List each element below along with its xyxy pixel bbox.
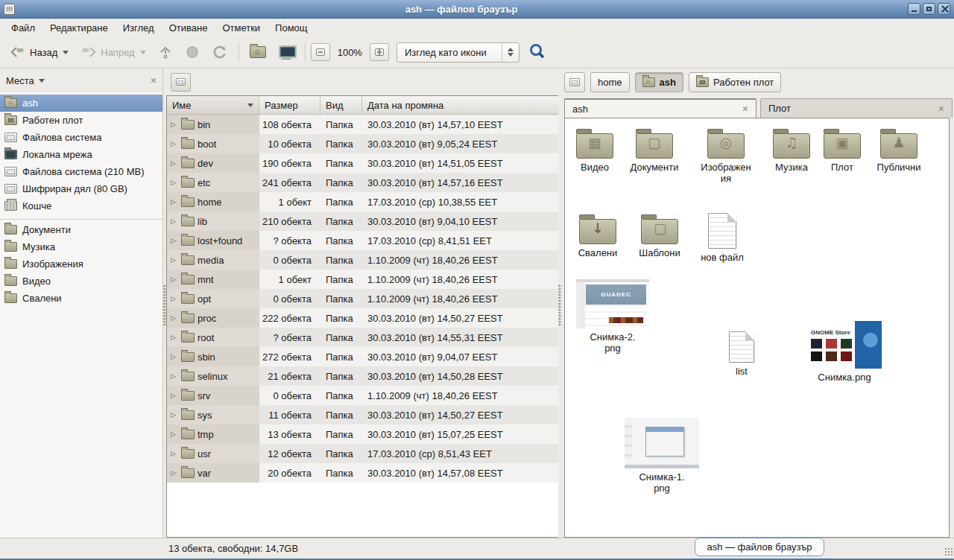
computer-button[interactable] xyxy=(273,41,300,63)
table-row[interactable]: ▷ etc 241 обекта Папка 30.03.2010 (вт) 1… xyxy=(167,173,558,192)
table-row[interactable]: ▷ lib 210 обекта Папка 30.03.2010 (вт) 9… xyxy=(167,211,558,231)
menu-item[interactable]: Изглед xyxy=(116,20,161,36)
pane-splitter[interactable] xyxy=(558,69,561,538)
sidebar-item[interactable]: Работен плот xyxy=(0,112,162,129)
menu-item[interactable]: Файл xyxy=(4,20,42,36)
up-button[interactable] xyxy=(153,40,178,64)
expander-icon[interactable]: ▷ xyxy=(171,237,178,244)
expander-icon[interactable]: ▷ xyxy=(171,198,178,206)
list-item[interactable]: нов файл xyxy=(691,213,754,263)
expander-icon[interactable]: ▷ xyxy=(171,372,178,380)
tab-close-icon[interactable]: × xyxy=(938,104,944,114)
places-title[interactable]: Места xyxy=(6,75,34,86)
sidebar-item[interactable]: Локална мрежа xyxy=(0,146,162,163)
resize-grip[interactable] xyxy=(944,547,953,556)
list-item[interactable]: GUADEC Снимка-2. png xyxy=(574,279,651,354)
sidebar-item[interactable]: Кошче xyxy=(0,197,162,214)
table-row[interactable]: ▷ mnt 1 обект Папка 1.10.2009 (чт) 18,40… xyxy=(167,270,558,289)
column-header-date[interactable]: Дата на промяна xyxy=(362,96,558,114)
sidebar-item[interactable] xyxy=(0,214,162,221)
expander-icon[interactable]: ▷ xyxy=(171,353,178,360)
expander-icon[interactable]: ▷ xyxy=(171,121,178,128)
expander-icon[interactable]: ▷ xyxy=(171,295,178,302)
table-row[interactable]: ▷ lost+found ? обекта Папка 17.03.2010 (… xyxy=(167,231,558,250)
list-item[interactable]: Публични xyxy=(866,127,932,173)
menu-item[interactable]: Редактиране xyxy=(43,20,115,36)
sidebar-item[interactable]: Свалени xyxy=(0,290,162,307)
sidebar-item[interactable]: Файлова система (210 MB) xyxy=(0,163,162,180)
places-combo-arrow-icon[interactable] xyxy=(39,79,45,83)
table-row[interactable]: ▷ dev 190 обекта Папка 30.03.2010 (вт) 1… xyxy=(167,153,558,173)
expander-icon[interactable]: ▷ xyxy=(171,179,178,186)
sidebar-item[interactable]: Файлова система xyxy=(0,129,162,146)
expander-icon[interactable]: ▷ xyxy=(171,411,178,419)
table-row[interactable]: ▷ boot 10 обекта Папка 30.03.2010 (вт) 9… xyxy=(167,134,558,153)
list-item[interactable]: list xyxy=(721,331,762,377)
list-item[interactable]: Видео xyxy=(565,127,625,173)
expander-icon[interactable]: ▷ xyxy=(171,217,178,225)
sidebar-item[interactable]: Документи xyxy=(0,221,162,238)
table-row[interactable]: ▷ var 20 обекта Папка 30.03.2010 (вт) 14… xyxy=(167,463,558,483)
menu-item[interactable]: Помощ xyxy=(268,20,314,36)
sidebar-item[interactable]: Видео xyxy=(0,273,162,290)
view-mode-combo[interactable]: Изглед като икони xyxy=(397,42,519,63)
column-header-name[interactable]: Име xyxy=(167,96,259,114)
breadcrumb-ash-button[interactable]: ash xyxy=(635,72,683,92)
list-item[interactable]: Шаблони xyxy=(628,213,691,258)
table-row[interactable]: ▷ sys 11 обекта Папка 30.03.2010 (вт) 14… xyxy=(167,405,558,424)
pane-splitter[interactable] xyxy=(163,69,166,538)
expander-icon[interactable]: ▷ xyxy=(171,276,178,283)
table-row[interactable]: ▷ tmp 13 обекта Папка 30.03.2010 (вт) 15… xyxy=(167,424,558,444)
home-button[interactable] xyxy=(244,42,271,63)
back-button[interactable]: Назад xyxy=(4,41,74,63)
stop-button[interactable] xyxy=(180,40,205,64)
expander-icon[interactable]: ▷ xyxy=(171,314,178,322)
search-button[interactable] xyxy=(528,42,546,63)
forward-button[interactable]: Напред xyxy=(75,41,151,63)
expander-icon[interactable]: ▷ xyxy=(171,430,178,438)
table-row[interactable]: ▷ bin 108 обекта Папка 30.03.2010 (вт) 1… xyxy=(167,115,558,134)
titlebar[interactable]: ash — файлов браузър xyxy=(0,0,954,19)
list-item[interactable]: Документи xyxy=(622,127,687,173)
close-button[interactable] xyxy=(938,3,950,15)
breadcrumb-home-button[interactable]: home xyxy=(590,72,630,92)
window-menu-icon[interactable] xyxy=(4,4,15,15)
list-item[interactable]: Свалени xyxy=(568,213,628,258)
sidebar-item[interactable]: Музика xyxy=(0,238,162,255)
list-item[interactable]: Снимка-1. png xyxy=(622,418,701,494)
breadcrumb-root-button[interactable] xyxy=(564,72,585,92)
icon-view[interactable]: Видео Документи Изображен ия xyxy=(564,118,950,538)
list-item[interactable]: Плот xyxy=(817,127,868,173)
expander-icon[interactable]: ▷ xyxy=(171,469,178,477)
table-row[interactable]: ▷ selinux 21 обекта Папка 30.03.2010 (вт… xyxy=(167,366,558,386)
maximize-button[interactable] xyxy=(923,3,935,15)
expander-icon[interactable]: ▷ xyxy=(171,159,178,167)
sidebar-item[interactable]: ash xyxy=(0,95,162,112)
table-row[interactable]: ▷ srv 0 обекта Папка 1.10.2009 (чт) 18,4… xyxy=(167,386,558,405)
table-row[interactable]: ▷ usr 12 обекта Папка 17.03.2010 (ср) 8,… xyxy=(167,444,558,463)
table-row[interactable]: ▷ opt 0 обекта Папка 1.10.2009 (чт) 18,4… xyxy=(167,289,558,308)
column-header-size[interactable]: Размер xyxy=(259,96,320,114)
tab[interactable]: Плот × xyxy=(760,98,953,118)
expander-icon[interactable]: ▷ xyxy=(171,450,178,457)
list-item[interactable]: Музика xyxy=(760,127,823,173)
expander-icon[interactable]: ▷ xyxy=(171,140,178,147)
zoom-out-button[interactable] xyxy=(311,43,330,61)
menu-item[interactable]: Отиване xyxy=(162,20,215,36)
minimize-button[interactable] xyxy=(908,3,920,15)
zoom-in-button[interactable] xyxy=(370,43,389,61)
filesystem-root-button[interactable] xyxy=(171,73,191,92)
reload-button[interactable] xyxy=(206,40,233,64)
table-row[interactable]: ▷ media 0 обекта Папка 1.10.2009 (чт) 18… xyxy=(167,250,558,270)
table-row[interactable]: ▷ proc 222 обекта Папка 30.03.2010 (вт) … xyxy=(167,308,558,328)
expander-icon[interactable]: ▷ xyxy=(171,334,178,341)
expander-icon[interactable]: ▷ xyxy=(171,392,178,399)
tab-close-icon[interactable]: × xyxy=(742,104,748,114)
table-row[interactable]: ▷ root ? обекта Папка 30.03.2010 (вт) 14… xyxy=(167,328,558,347)
table-row[interactable]: ▷ home 1 обект Папка 17.03.2010 (ср) 10,… xyxy=(167,192,558,211)
column-header-type[interactable]: Вид xyxy=(320,96,362,114)
list-item[interactable]: GNOME Store Снимка.png xyxy=(805,321,884,383)
sidebar-item[interactable]: Шифриран дял (80 GB) xyxy=(0,180,162,197)
places-close-icon[interactable]: × xyxy=(151,75,157,86)
tab[interactable]: ash × xyxy=(564,98,756,118)
